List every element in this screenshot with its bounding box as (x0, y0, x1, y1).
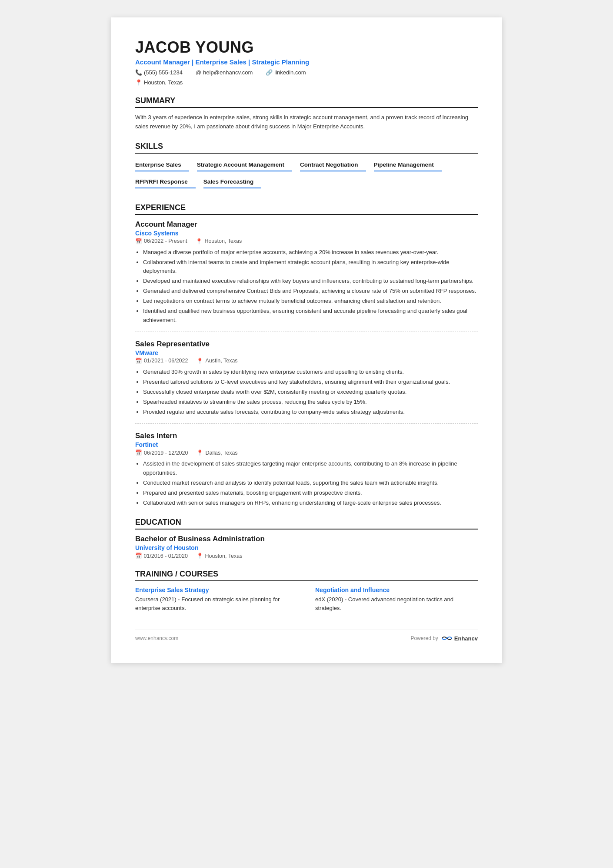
training-section: TRAINING / COURSES Enterprise Sales Stra… (135, 570, 478, 612)
training-grid: Enterprise Sales Strategy Coursera (2021… (135, 586, 478, 612)
job-bullet: Collaborated with internal teams to crea… (143, 258, 478, 275)
job-company: VMware (135, 349, 478, 356)
job-bullet: Successfully closed enterprise deals wor… (143, 388, 478, 396)
skills-section: SKILLS Enterprise SalesStrategic Account… (135, 142, 478, 193)
job-location-icon: 📍 (196, 238, 203, 245)
job-title: Account Manager (135, 220, 478, 229)
contact-row: 📞 (555) 555-1234 @ help@enhancv.com 🔗 li… (135, 69, 478, 76)
edu-date-text: 01/2016 - 01/2020 (143, 553, 187, 559)
job-entry: Sales Representative VMware 📅 01/2021 - … (135, 340, 478, 424)
job-meta: 📅 06/2022 - Present 📍 Houston, Texas (135, 238, 478, 245)
summary-section: SUMMARY With 3 years of experience in en… (135, 96, 478, 131)
phone-icon: 📞 (135, 69, 142, 76)
job-bullets: Managed a diverse portfolio of major ent… (135, 248, 478, 325)
edu-school: University of Houston (135, 544, 478, 551)
training-heading: TRAINING / COURSES (135, 570, 478, 581)
training-item: Negotiation and Influence edX (2020) - C… (315, 586, 478, 612)
jobs-container: Account Manager Cisco Systems 📅 06/2022 … (135, 220, 478, 508)
location-row: 📍 Houston, Texas (135, 79, 478, 86)
location-contact: 📍 Houston, Texas (135, 79, 183, 86)
summary-text: With 3 years of experience in enterprise… (135, 113, 478, 131)
linkedin-icon: 🔗 (266, 69, 273, 76)
enhancv-brand: Enhancv (454, 635, 478, 642)
job-meta: 📅 01/2021 - 06/2022 📍 Austin, Texas (135, 358, 478, 364)
job-date-icon: 📅 (135, 449, 142, 456)
job-bullets: Generated 30% growth in sales by identif… (135, 368, 478, 417)
job-bullet: Generated 30% growth in sales by identif… (143, 368, 478, 376)
edu-location-icon: 📍 (197, 553, 203, 559)
job-date: 📅 01/2021 - 06/2022 (135, 358, 188, 364)
job-company: Cisco Systems (135, 230, 478, 237)
job-location-icon: 📍 (197, 358, 203, 364)
candidate-name: JACOB YOUNG (135, 38, 478, 57)
skill-item: RFP/RFI Response (135, 176, 196, 188)
job-date: 📅 06/2022 - Present (135, 238, 187, 245)
job-bullet: Collaborated with senior sales managers … (143, 499, 478, 507)
resume-container: JACOB YOUNG Account Manager | Enterprise… (111, 17, 502, 663)
job-bullet: Developed and maintained executive relat… (143, 277, 478, 285)
job-bullet: Conducted market research and analysis t… (143, 479, 478, 487)
edu-meta: 📅 01/2016 - 01/2020 📍 Houston, Texas (135, 553, 478, 559)
job-entry: Sales Intern Fortinet 📅 06/2019 - 12/202… (135, 432, 478, 507)
summary-heading: SUMMARY (135, 96, 478, 108)
enhancv-icon (441, 634, 453, 642)
training-item-title: Negotiation and Influence (315, 586, 478, 593)
job-bullet: Generated and delivered comprehensive Co… (143, 287, 478, 295)
powered-by-text: Powered by (410, 635, 438, 641)
job-bullet: Presented tailored solutions to C-level … (143, 378, 478, 386)
training-item: Enterprise Sales Strategy Coursera (2021… (135, 586, 298, 612)
education-heading: EDUCATION (135, 518, 478, 530)
phone-number: (555) 555-1234 (144, 69, 183, 76)
skill-item: Contract Negotiation (300, 159, 366, 171)
resume-footer: www.enhancv.com Powered by Enhancv (135, 630, 478, 642)
linkedin-contact: 🔗 linkedin.com (266, 69, 306, 76)
job-location-icon: 📍 (197, 449, 203, 456)
job-title: Sales Representative (135, 340, 478, 349)
job-location: 📍 Austin, Texas (197, 358, 237, 364)
job-bullets: Assisted in the development of sales str… (135, 459, 478, 507)
experience-section: EXPERIENCE Account Manager Cisco Systems… (135, 203, 478, 508)
linkedin-url: linkedin.com (274, 69, 306, 76)
skill-item: Strategic Account Management (197, 159, 292, 171)
footer-powered: Powered by Enhancv (410, 634, 478, 642)
location-icon: 📍 (135, 79, 142, 86)
edu-degree: Bachelor of Business Administration (135, 535, 478, 543)
job-date-icon: 📅 (135, 358, 142, 364)
training-item-desc: edX (2020) - Covered advanced negotiatio… (315, 595, 478, 612)
footer-url: www.enhancv.com (135, 635, 178, 641)
skills-heading: SKILLS (135, 142, 478, 154)
training-item-desc: Coursera (2021) - Focused on strategic s… (135, 595, 298, 612)
skill-item: Enterprise Sales (135, 159, 189, 171)
phone-contact: 📞 (555) 555-1234 (135, 69, 183, 76)
job-date: 📅 06/2019 - 12/2020 (135, 449, 188, 456)
location-text: Houston, Texas (144, 79, 183, 86)
training-item-title: Enterprise Sales Strategy (135, 586, 298, 593)
job-company: Fortinet (135, 441, 478, 448)
skill-item: Pipeline Management (374, 159, 442, 171)
email-icon: @ (196, 69, 201, 76)
job-bullet: Led negotiations on contract terms to ac… (143, 297, 478, 305)
job-bullet: Spearheaded initiatives to streamline th… (143, 398, 478, 406)
job-bullet: Managed a diverse portfolio of major ent… (143, 248, 478, 257)
edu-location: 📍 Houston, Texas (197, 553, 242, 559)
job-bullet: Prepared and presented sales materials, … (143, 489, 478, 497)
job-meta: 📅 06/2019 - 12/2020 📍 Dallas, Texas (135, 449, 478, 456)
job-bullet: Identified and qualified new business op… (143, 307, 478, 324)
edu-location-text: Houston, Texas (205, 553, 242, 559)
job-title: Sales Intern (135, 432, 478, 440)
job-bullet: Provided regular and accurate sales fore… (143, 408, 478, 416)
enhancv-logo: Enhancv (441, 634, 478, 642)
edu-date: 📅 01/2016 - 01/2020 (135, 553, 188, 559)
job-date-icon: 📅 (135, 238, 142, 245)
skills-grid: Enterprise SalesStrategic Account Manage… (135, 159, 478, 193)
job-location: 📍 Houston, Texas (196, 238, 242, 245)
resume-header: JACOB YOUNG Account Manager | Enterprise… (135, 38, 478, 86)
education-section: EDUCATION Bachelor of Business Administr… (135, 518, 478, 559)
job-separator (135, 423, 478, 424)
edu-date-icon: 📅 (135, 553, 142, 559)
job-separator (135, 332, 478, 332)
candidate-title: Account Manager | Enterprise Sales | Str… (135, 58, 478, 66)
email-address: help@enhancv.com (203, 69, 253, 76)
job-location: 📍 Dallas, Texas (197, 449, 237, 456)
job-bullet: Assisted in the development of sales str… (143, 459, 478, 477)
